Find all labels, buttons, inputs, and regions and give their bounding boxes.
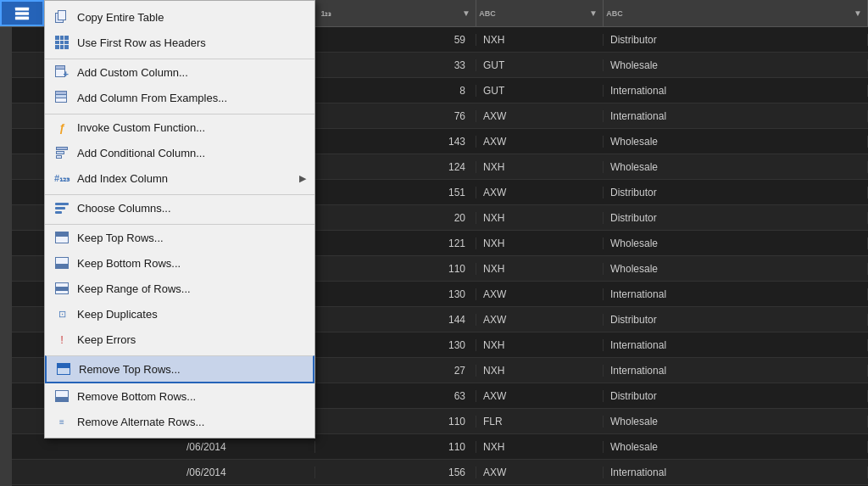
table-row: /06/2014 156 AXW International (0, 460, 868, 485)
cell-idx: 156 (315, 466, 476, 478)
menu-item-label: Remove Alternate Rows... (77, 416, 306, 428)
keep-errors-icon: ! (53, 331, 70, 348)
examples-icon (53, 89, 70, 106)
keep-range-icon (53, 280, 70, 297)
menu-item-label: Copy Entire Table (77, 11, 306, 24)
cell-idx: 33 (315, 59, 476, 71)
context-menu: Copy Entire Table Use First Row as Heade… (44, 0, 315, 439)
warehouse-dropdown[interactable]: ▼ (589, 8, 598, 18)
keep-bottom-icon (53, 254, 70, 271)
menu-item-label: Remove Bottom Rows... (77, 390, 306, 403)
keep-top-icon (53, 229, 70, 246)
menu-item-remove-bottom-rows[interactable]: Remove Bottom Rows... (45, 383, 314, 409)
menu-item-label: Keep Bottom Rows... (77, 257, 306, 270)
copy-icon (53, 8, 70, 25)
menu-item-label: Remove Top Rows... (79, 363, 304, 376)
menu-item-remove-top-rows[interactable]: Remove Top Rows... (45, 355, 314, 383)
cell-warehouse: GUT (476, 59, 604, 71)
cell-channel: Wholesale (604, 416, 868, 427)
menu-item-label: Invoke Custom Function... (77, 121, 306, 134)
cell-channel: Distributor (604, 314, 868, 326)
menu-item-add-column-from-examples[interactable]: Add Column From Examples... (45, 85, 314, 110)
cell-warehouse: NXH (476, 212, 604, 224)
cell-warehouse: AXW (476, 110, 604, 122)
cell-idx: 27 (315, 365, 476, 377)
cell-warehouse: NXH (476, 34, 604, 46)
cell-idx: 144 (315, 314, 476, 326)
menu-item-label: Keep Top Rows... (77, 232, 306, 244)
svg-rect-2 (15, 16, 29, 20)
cell-channel: Distributor (604, 187, 868, 198)
column-header-customer-name-index[interactable]: 1₂₃ ▼ (315, 0, 476, 26)
cell-channel: Distributor (604, 34, 868, 46)
cell-channel: International (604, 339, 868, 351)
cell-warehouse: AXW (476, 314, 604, 326)
channel-dropdown[interactable]: ▼ (854, 8, 862, 18)
menu-item-label: Choose Columns... (77, 202, 306, 215)
menu-item-label: Add Custom Column... (77, 66, 306, 79)
cell-idx: 110 (315, 441, 476, 453)
menu-item-label: Keep Errors (77, 333, 306, 346)
cell-channel: Wholesale (604, 263, 868, 275)
column-header-channel[interactable]: ABC ▼ (604, 0, 868, 26)
cell-date: /06/2014 (180, 466, 315, 478)
cell-warehouse: NXH (476, 161, 604, 173)
menu-item-invoke-custom-function[interactable]: ƒ Invoke Custom Function... (45, 114, 314, 140)
menu-item-keep-duplicates[interactable]: ⊡ Keep Duplicates (45, 301, 314, 327)
menu-item-keep-bottom-rows[interactable]: Keep Bottom Rows... (45, 250, 314, 276)
menu-item-copy-entire-table[interactable]: Copy Entire Table (45, 4, 314, 30)
index-icon: #₁₂₃ (53, 170, 70, 187)
cell-channel: International (604, 288, 868, 300)
cust-idx-dropdown[interactable]: ▼ (462, 8, 470, 18)
menu-item-keep-top-rows[interactable]: Keep Top Rows... (45, 224, 314, 250)
conditional-icon (53, 144, 70, 161)
menu-item-use-first-row-headers[interactable]: Use First Row as Headers (45, 30, 314, 55)
cell-idx: 63 (315, 390, 476, 402)
menu-item-remove-alternate-rows[interactable]: ≡ Remove Alternate Rows... (45, 409, 314, 434)
menu-item-choose-columns[interactable]: Choose Columns... (45, 194, 314, 221)
column-header-warehouse[interactable]: ABC ▼ (476, 0, 604, 26)
choose-icon (53, 199, 70, 216)
menu-item-add-custom-column[interactable]: + Add Custom Column... (45, 59, 314, 85)
remove-alt-icon: ≡ (53, 413, 70, 430)
svg-rect-1 (15, 12, 29, 15)
menu-item-add-conditional-column[interactable]: Add Conditional Column... (45, 140, 314, 165)
cell-idx: 20 (315, 212, 476, 224)
cell-warehouse: AXW (476, 288, 604, 300)
cell-warehouse: AXW (476, 466, 604, 478)
menu-item-keep-range-rows[interactable]: Keep Range of Rows... (45, 276, 314, 301)
cell-warehouse: GUT (476, 85, 604, 97)
cell-warehouse: AXW (476, 390, 604, 402)
menu-item-add-index-column[interactable]: #₁₂₃ Add Index Column ▶ (45, 165, 314, 191)
channel-type-icon: ABC (609, 8, 620, 20)
cell-idx: 124 (315, 161, 476, 173)
cell-channel: Wholesale (604, 237, 868, 249)
menu-item-label: Use First Row as Headers (77, 36, 306, 49)
function-icon: ƒ (53, 119, 70, 136)
menu-item-label: Keep Duplicates (77, 308, 306, 321)
menu-item-label: Add Column From Examples... (77, 92, 306, 104)
submenu-arrow: ▶ (299, 173, 306, 184)
menu-item-keep-errors[interactable]: ! Keep Errors (45, 327, 314, 352)
cell-date: /06/2014 (180, 441, 315, 453)
cell-channel: Wholesale (604, 59, 868, 71)
cust-idx-type-icon: 1₂₃ (320, 8, 332, 20)
cell-channel: Wholesale (604, 441, 868, 453)
cell-warehouse: AXW (476, 136, 604, 148)
cell-idx: 151 (315, 187, 476, 198)
cell-channel: International (604, 85, 868, 97)
table-menu-button[interactable] (0, 0, 44, 26)
cell-channel: Wholesale (604, 136, 868, 148)
cell-warehouse: AXW (476, 187, 604, 198)
menu-item-label: Keep Range of Rows... (77, 282, 306, 295)
cell-idx: 130 (315, 288, 476, 300)
cell-channel: International (604, 466, 868, 478)
cell-idx: 76 (315, 110, 476, 122)
menu-item-label: Add Conditional Column... (77, 147, 306, 159)
cell-idx: 8 (315, 85, 476, 97)
cell-idx: 59 (315, 34, 476, 46)
cell-warehouse: NXH (476, 365, 604, 377)
left-scrollbar[interactable] (0, 27, 12, 486)
cell-channel: International (604, 110, 868, 122)
cell-warehouse: NXH (476, 263, 604, 275)
